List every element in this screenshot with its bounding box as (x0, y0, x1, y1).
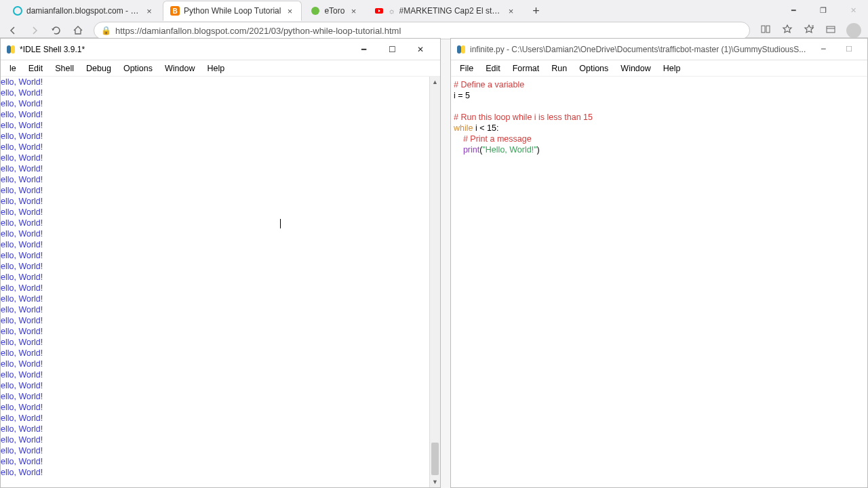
tab-0[interactable]: damianfallon.blogspot.com - Sw × (5, 1, 161, 21)
browser-window-controls: ━ ❐ ✕ (778, 0, 868, 20)
profile-avatar[interactable] (846, 23, 861, 38)
address-bar-row: 🔒 https://damianfallon.blogspot.com/2021… (0, 22, 868, 39)
menu-options[interactable]: Options (573, 62, 614, 75)
tab-label: #MARKETING Cap2 El stream (399, 6, 502, 16)
tab-2[interactable]: eToro × (303, 1, 366, 21)
close-button[interactable]: ✕ (838, 0, 868, 20)
editor-title-text: infinite.py - C:\Users\Damian2\OneDrive\… (470, 45, 806, 54)
menu-debug[interactable]: Debug (80, 62, 117, 75)
scroll-thumb[interactable] (431, 443, 439, 475)
shell-output-line: ello, World! (1, 131, 440, 142)
shell-output-line: ello, World! (1, 109, 440, 120)
close-icon[interactable]: × (506, 6, 515, 16)
back-button[interactable] (7, 24, 19, 37)
close-button[interactable]: ✕ (406, 40, 435, 59)
python-icon (6, 45, 16, 54)
shell-output-line: ello, World! (1, 391, 440, 402)
new-tab-button[interactable]: + (527, 2, 545, 20)
menu-file[interactable]: File (454, 62, 479, 75)
scrollbar[interactable]: ▲ ▼ (429, 77, 440, 487)
minimize-button[interactable]: ━ (349, 40, 378, 59)
minimize-button[interactable]: ━ (778, 0, 808, 20)
shell-output-line: ello, World! (1, 196, 440, 207)
shell-output-line: ello, World! (1, 174, 440, 185)
idle-title-text: *IDLE Shell 3.9.1* (20, 45, 349, 54)
menu-shell[interactable]: Shell (49, 62, 80, 75)
editor-titlebar[interactable]: infinite.py - C:\Users\Damian2\OneDrive\… (451, 39, 867, 60)
reading-icon[interactable] (760, 23, 772, 35)
idle-titlebar[interactable]: *IDLE Shell 3.9.1* ━ ☐ ✕ (1, 39, 440, 60)
shell-output-line: ello, World! (1, 445, 440, 456)
menu-format[interactable]: Format (507, 62, 546, 75)
lock-icon: 🔒 (101, 26, 111, 35)
shell-output-line: ello, World! (1, 348, 440, 359)
home-button[interactable] (72, 24, 84, 37)
svg-rect-11 (827, 26, 835, 33)
minimize-button[interactable]: ━ (810, 40, 836, 59)
code-editor[interactable]: # Define a variable i = 5 # Run this loo… (451, 77, 867, 158)
shell-output-line: ello, World! (1, 272, 440, 283)
menu-help[interactable]: Help (657, 62, 687, 75)
tab-1[interactable]: B Python While Loop Tutorial × (163, 1, 302, 21)
svg-rect-15 (457, 45, 461, 54)
favicon-youtube-icon (374, 6, 384, 16)
menu-edit[interactable]: Edit (22, 62, 50, 75)
shell-output-line: ello, World! (1, 283, 440, 293)
shell-output-line: ello, World! (1, 98, 440, 109)
shell-output-line: ello, World! (1, 424, 440, 434)
shell-output-line: ello, World! (1, 261, 440, 272)
tab-strip: damianfallon.blogspot.com - Sw × B Pytho… (0, 0, 868, 22)
menu-run[interactable]: Run (545, 62, 573, 75)
scroll-down-icon[interactable]: ▼ (430, 476, 440, 487)
tab-label: eToro (324, 6, 344, 16)
shell-output-line: ello, World! (1, 218, 440, 228)
editor-menubar: File Edit Format Run Options Window Help (451, 60, 867, 77)
menu-edit[interactable]: Edit (479, 62, 507, 75)
collections-icon[interactable] (825, 23, 837, 35)
tab-3[interactable]: ☼ #MARKETING Cap2 El stream × (367, 1, 523, 21)
menu-file[interactable]: le (3, 62, 22, 75)
shell-output-line: ello, World! (1, 228, 440, 239)
maximize-button[interactable]: ☐ (836, 40, 862, 59)
shell-output-line: ello, World! (1, 87, 440, 98)
refresh-button[interactable] (50, 24, 62, 37)
shell-output-line: ello, World! (1, 163, 440, 174)
favorite-icon[interactable] (781, 23, 793, 35)
idle-shell-body[interactable]: ello, World!ello, World!ello, World!ello… (1, 77, 440, 487)
menu-options[interactable]: Options (117, 62, 159, 75)
close-icon[interactable]: × (349, 6, 358, 16)
menu-window[interactable]: Window (614, 62, 656, 75)
menu-help[interactable]: Help (201, 62, 231, 75)
editor-window: infinite.py - C:\Users\Damian2\OneDrive\… (450, 38, 868, 488)
tab-label: damianfallon.blogspot.com - Sw (26, 6, 140, 16)
shell-output-line: ello, World! (1, 337, 440, 348)
toolbar-right-icons (760, 23, 861, 38)
close-icon[interactable]: × (285, 6, 294, 16)
svg-rect-14 (11, 45, 15, 54)
shell-output-line: ello, World! (1, 434, 440, 445)
shell-output-line: ello, World! (1, 120, 440, 131)
favicon-blogger-icon: B (170, 6, 180, 16)
shell-output-line: ello, World! (1, 402, 440, 413)
shell-output-line: ello, World! (1, 315, 440, 326)
idle-shell-window: *IDLE Shell 3.9.1* ━ ☐ ✕ le Edit Shell D… (0, 38, 441, 488)
tab-label: Python While Loop Tutorial (184, 6, 281, 16)
svg-rect-16 (461, 45, 465, 54)
favorites-bar-icon[interactable] (803, 23, 815, 35)
shell-output-line: ello, World! (1, 152, 440, 163)
url-text: https://damianfallon.blogspot.com/2021/0… (115, 26, 401, 36)
idle-window-controls: ━ ☐ ✕ (349, 40, 435, 59)
menu-window[interactable]: Window (159, 62, 201, 75)
forward-button[interactable] (28, 24, 41, 37)
shell-output-line: ello, World! (1, 250, 440, 261)
address-bar[interactable]: 🔒 https://damianfallon.blogspot.com/2021… (94, 22, 750, 39)
close-icon[interactable]: × (144, 6, 154, 16)
maximize-button[interactable]: ☐ (378, 40, 406, 59)
shell-output-line: ello, World! (1, 369, 440, 380)
code-line (454, 101, 865, 112)
svg-text:B: B (172, 7, 177, 15)
python-file-icon (456, 45, 466, 54)
maximize-button[interactable]: ❐ (808, 0, 838, 20)
scroll-up-icon[interactable]: ▲ (430, 77, 440, 87)
text-cursor (280, 219, 281, 228)
